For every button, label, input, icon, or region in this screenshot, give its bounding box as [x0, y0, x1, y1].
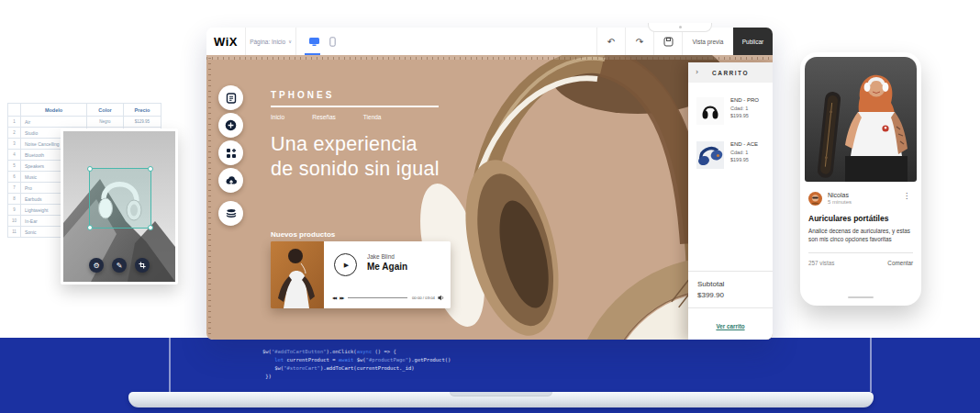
- device-toggle-group: [296, 28, 348, 55]
- cart-item-name: END - ACE: [730, 141, 758, 147]
- laptop-camera-notch: [648, 23, 712, 32]
- app-market-icon: [226, 148, 237, 159]
- cart-items: END - PRO Cdad: 1 $199.95: [688, 83, 773, 185]
- app-market-button[interactable]: [218, 140, 243, 165]
- selection-handle[interactable]: [87, 166, 93, 172]
- section-label: Nuevos productos: [271, 230, 335, 239]
- database-icon: [226, 208, 237, 219]
- vertical-ruler: [206, 55, 211, 340]
- cart-panel: › CARRITO END - PRO Cdad: 1: [688, 62, 773, 340]
- content-manager-button[interactable]: [218, 201, 243, 226]
- phone-mockup: Nicolas 5 minutes ⋮ Auriculares portátil…: [800, 52, 921, 306]
- home-indicator: [848, 296, 874, 298]
- selection-handle[interactable]: [148, 166, 153, 172]
- cart-item-qty: Cdad: 1: [730, 106, 759, 111]
- player-photo: [271, 241, 324, 308]
- col-header-precio[interactable]: Precio: [124, 104, 161, 117]
- review-body: Analicé decenas de auriculares, y estas …: [808, 227, 913, 243]
- pages-menu-icon: [226, 93, 237, 104]
- wix-logo: WiX: [206, 28, 245, 55]
- pages-menu-button[interactable]: [218, 85, 243, 110]
- cart-item-price: $199.95: [730, 157, 758, 162]
- cart-header: › CARRITO: [688, 62, 773, 83]
- subtotal-value: $399.90: [697, 291, 763, 299]
- edit-button[interactable]: ✎: [112, 258, 127, 273]
- review-photo: [805, 57, 917, 182]
- volume-icon[interactable]: [438, 295, 444, 301]
- cart-item[interactable]: END - ACE Cdad: 1 $199.95: [696, 141, 764, 169]
- comment-button[interactable]: Comentar: [887, 260, 913, 266]
- undo-button[interactable]: ↶: [597, 28, 625, 55]
- chevron-down-icon: ∨: [288, 39, 292, 44]
- selection-handle[interactable]: [148, 225, 153, 230]
- add-element-button[interactable]: [218, 113, 243, 138]
- wix-editor-window: WiX Página: Inicio ∨ ↶ ↷: [206, 28, 773, 340]
- cart-item-name: END - PRO: [730, 97, 759, 103]
- avatar: [808, 192, 822, 206]
- nav-item-inicio[interactable]: Inicio: [271, 114, 284, 120]
- cart-item-qty: Cdad: 1: [730, 150, 758, 155]
- site-nav: Inicio Reseñas Tienda: [271, 114, 381, 120]
- page-selector-label: Página: Inicio: [250, 39, 285, 45]
- editor-canvas: TPHONES Inicio Reseñas Tienda Una experi…: [206, 55, 773, 340]
- cart-footer: Ver carrito: [688, 307, 773, 340]
- next-track-icon[interactable]: ▶▶: [340, 296, 343, 300]
- player-panel: ▶ Jake Blind Me Again ◀◀ ▶▶ 00:00 / 03:0…: [324, 241, 451, 308]
- cart-item[interactable]: END - PRO Cdad: 1 $199.95: [696, 97, 764, 125]
- mobile-view-icon[interactable]: [329, 37, 336, 47]
- player-artist: Jake Blind: [367, 253, 395, 260]
- site-logo-underline: [271, 106, 439, 107]
- crop-icon: [139, 262, 146, 269]
- site-logo[interactable]: TPHONES: [271, 90, 334, 100]
- view-count: 257 vistas: [808, 260, 834, 266]
- publish-button[interactable]: Publicar: [733, 28, 773, 55]
- view-cart-link[interactable]: Ver carrito: [716, 323, 744, 329]
- review-time: 5 minutes: [828, 199, 895, 205]
- player-transport: ◀◀ ▶▶ 00:00 / 03:04: [332, 295, 444, 301]
- previous-track-icon[interactable]: ◀◀: [332, 296, 336, 300]
- image-tools: ⚙ ✎: [63, 258, 175, 273]
- player-track-title: Me Again: [367, 262, 407, 272]
- subtotal-label: Subtotal: [697, 280, 763, 288]
- hero-headline: Una experiencia de sonido sin igual: [271, 132, 440, 182]
- horizontal-ruler: [206, 55, 773, 60]
- settings-button[interactable]: ⚙: [89, 258, 104, 273]
- selection-box[interactable]: [89, 168, 151, 229]
- laptop-screen-edge-right: [870, 338, 872, 392]
- divider: [808, 252, 913, 253]
- progress-bar[interactable]: [348, 297, 407, 298]
- crop-button[interactable]: [135, 258, 150, 273]
- page-selector-dropdown[interactable]: Página: Inicio ∨: [246, 28, 295, 55]
- desktop-view-icon[interactable]: [308, 37, 320, 47]
- laptop-base-notch: [450, 392, 552, 396]
- scene: $w("#addToCartButton").onClick(async () …: [0, 0, 980, 413]
- kebab-menu-icon[interactable]: ⋮: [900, 192, 913, 201]
- col-header-modelo[interactable]: Modelo: [21, 104, 87, 117]
- nav-item-resenas[interactable]: Reseñas: [312, 114, 336, 120]
- cart-item-thumbnail-blue-headphones: [696, 141, 724, 169]
- save-icon: [663, 37, 674, 47]
- table-row[interactable]: 1AirNegro$129.95: [8, 117, 161, 128]
- camera-dot-icon: [679, 26, 682, 28]
- sheet-header-row: Modelo Color Precio: [8, 104, 161, 117]
- cart-title: CARRITO: [712, 70, 749, 76]
- cart-item-thumbnail-black-headphones: [696, 97, 724, 125]
- media-upload-button[interactable]: [218, 168, 243, 193]
- image-editor-card: ⚙ ✎: [61, 128, 178, 285]
- music-player-card: ▶ Jake Blind Me Again ◀◀ ▶▶ 00:00 / 03:0…: [271, 241, 451, 308]
- review-author: Nicolas: [828, 192, 895, 198]
- nav-item-tienda[interactable]: Tienda: [363, 114, 382, 120]
- add-icon: [225, 119, 237, 131]
- selection-handle[interactable]: [87, 225, 93, 230]
- laptop-base: [128, 392, 874, 407]
- editor-tool-rail: [218, 85, 243, 226]
- play-button[interactable]: ▶: [334, 253, 357, 276]
- cart-item-price: $199.95: [730, 113, 759, 118]
- cart-subtotal: Subtotal $399.90: [688, 271, 773, 307]
- collapse-cart-icon[interactable]: ›: [696, 69, 698, 76]
- redo-button[interactable]: ↷: [626, 28, 653, 55]
- col-header-color[interactable]: Color: [87, 104, 124, 117]
- code-block: $w("#addToCartButton").onClick(async () …: [262, 348, 451, 381]
- cloud-upload-icon: [225, 175, 238, 186]
- review-title: Auriculares portátiles: [808, 214, 913, 223]
